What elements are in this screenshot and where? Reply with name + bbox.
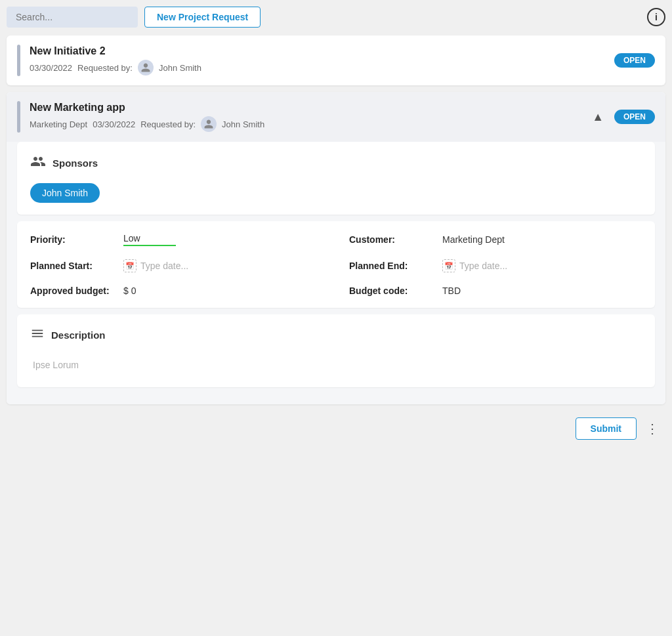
avatar-2 bbox=[201, 116, 217, 132]
info-icon[interactable]: i bbox=[647, 8, 665, 26]
project-dept-2: Marketing Dept bbox=[30, 119, 87, 129]
description-text: Ipse Lorum bbox=[30, 354, 642, 375]
status-badge-1: OPEN bbox=[614, 53, 655, 68]
requested-by-label-2: Requested by: bbox=[140, 119, 196, 129]
project-accent-2 bbox=[17, 101, 20, 133]
project-info-1: New Initiative 2 03/30/2022 Requested by… bbox=[30, 45, 614, 75]
submit-button[interactable]: Submit bbox=[576, 417, 637, 440]
project-header-1: New Initiative 2 03/30/2022 Requested by… bbox=[7, 35, 665, 85]
planned-end-placeholder: Type date... bbox=[459, 261, 507, 271]
project-meta-2: Marketing Dept 03/30/2022 Requested by: … bbox=[30, 116, 588, 132]
more-options-icon[interactable]: ⋮ bbox=[642, 418, 663, 439]
calendar-icon-end: 📅 bbox=[442, 259, 455, 272]
details-grid: Priority: Low Customer: Marketing Dept P… bbox=[30, 233, 642, 296]
top-bar: New Project Request i bbox=[7, 7, 665, 28]
planned-end-row: Planned End: 📅 Type date... bbox=[349, 259, 642, 272]
sponsors-icon bbox=[30, 154, 46, 173]
new-project-button[interactable]: New Project Request bbox=[144, 7, 261, 28]
project-date-2: 03/30/2022 bbox=[93, 119, 135, 129]
approved-budget-label: Approved budget: bbox=[30, 286, 116, 296]
project-card-1: New Initiative 2 03/30/2022 Requested by… bbox=[7, 35, 665, 85]
sponsors-section: Sponsors John Smith bbox=[17, 142, 655, 215]
project-title-2: New Marketing app bbox=[30, 102, 588, 114]
planned-end-input[interactable]: 📅 Type date... bbox=[442, 259, 507, 272]
planned-start-label: Planned Start: bbox=[30, 261, 116, 271]
requester-name-2: John Smith bbox=[222, 119, 264, 129]
budget-code-value: TBD bbox=[442, 286, 461, 296]
project-date-1: 03/30/2022 bbox=[30, 63, 72, 73]
planned-start-input[interactable]: 📅 Type date... bbox=[123, 259, 188, 272]
description-title: Description bbox=[51, 329, 106, 341]
project-meta-1: 03/30/2022 Requested by: John Smith bbox=[30, 60, 614, 75]
priority-label: Priority: bbox=[30, 234, 116, 245]
budget-code-row: Budget code: TBD bbox=[349, 286, 642, 296]
approved-budget-value: $ 0 bbox=[123, 286, 136, 296]
project-actions-1: OPEN bbox=[614, 53, 655, 68]
details-section: Priority: Low Customer: Marketing Dept P… bbox=[17, 221, 655, 308]
status-badge-2: OPEN bbox=[614, 110, 655, 124]
app-container: New Project Request i New Initiative 2 0… bbox=[0, 0, 672, 636]
planned-start-row: Planned Start: 📅 Type date... bbox=[30, 259, 323, 272]
priority-row: Priority: Low bbox=[30, 233, 323, 246]
project-actions-2: ▲ OPEN bbox=[588, 109, 655, 125]
customer-row: Customer: Marketing Dept bbox=[349, 233, 642, 246]
approved-budget-row: Approved budget: $ 0 bbox=[30, 286, 323, 296]
description-icon bbox=[30, 326, 45, 344]
footer-bar: Submit ⋮ bbox=[7, 411, 665, 442]
chevron-up-icon[interactable]: ▲ bbox=[588, 109, 608, 125]
description-section: Description Ipse Lorum bbox=[17, 314, 655, 387]
requester-name-1: John Smith bbox=[159, 63, 201, 73]
planned-end-label: Planned End: bbox=[349, 261, 434, 271]
sponsors-header: Sponsors bbox=[30, 154, 642, 173]
sponsor-chip[interactable]: John Smith bbox=[30, 183, 100, 203]
description-header: Description bbox=[30, 326, 642, 344]
planned-start-placeholder: Type date... bbox=[140, 261, 188, 271]
customer-value: Marketing Dept bbox=[442, 234, 505, 245]
project-header-2: New Marketing app Marketing Dept 03/30/2… bbox=[7, 92, 665, 142]
search-input[interactable] bbox=[7, 7, 138, 28]
project-accent-1 bbox=[17, 45, 20, 76]
calendar-icon-start: 📅 bbox=[123, 259, 136, 272]
project-info-2: New Marketing app Marketing Dept 03/30/2… bbox=[30, 102, 588, 132]
priority-value[interactable]: Low bbox=[123, 233, 176, 246]
project-card-2: New Marketing app Marketing Dept 03/30/2… bbox=[7, 92, 665, 404]
customer-label: Customer: bbox=[349, 234, 434, 245]
project-title-1: New Initiative 2 bbox=[30, 45, 614, 57]
sponsors-title: Sponsors bbox=[52, 158, 98, 169]
requested-by-label-1: Requested by: bbox=[77, 63, 133, 73]
avatar-1 bbox=[138, 60, 154, 75]
project-expanded-2: Sponsors John Smith Priority: Low Custom… bbox=[7, 142, 665, 404]
budget-code-label: Budget code: bbox=[349, 286, 434, 296]
